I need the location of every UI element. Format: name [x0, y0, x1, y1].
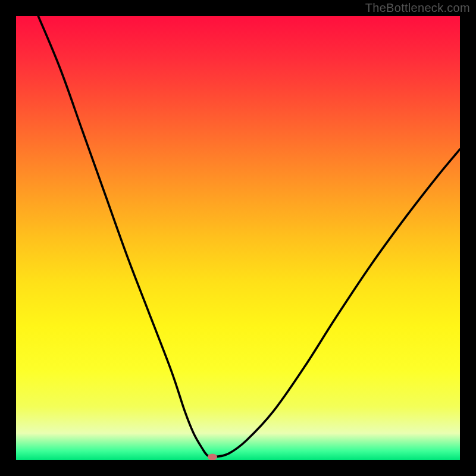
plot-area — [16, 16, 460, 460]
optimal-point-marker — [208, 453, 217, 460]
chart-frame: TheBottleneck.com — [0, 0, 476, 476]
bottleneck-curve — [16, 16, 460, 460]
watermark-text: TheBottleneck.com — [365, 1, 470, 15]
